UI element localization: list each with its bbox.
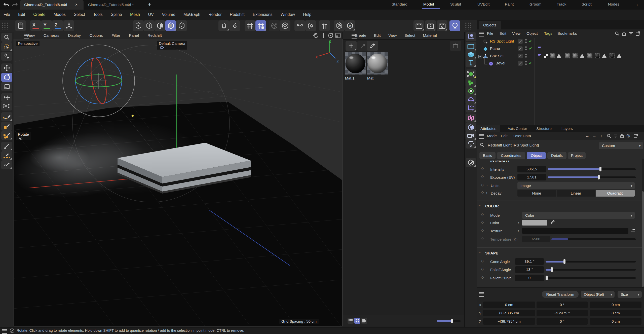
tab-layers[interactable]: Layers bbox=[558, 125, 576, 132]
attr-tab-basic[interactable]: Basic bbox=[479, 152, 496, 159]
document-tab-inactive[interactable]: Cinema4D_Tutorial5.c4d * bbox=[85, 0, 142, 10]
objects-undock-icon[interactable] bbox=[635, 31, 640, 36]
xpresso-setup-icon[interactable] bbox=[466, 103, 476, 113]
color-section-title[interactable]: COLOR bbox=[485, 204, 499, 208]
exposure-slider[interactable] bbox=[548, 174, 636, 180]
lock-panel-icon[interactable] bbox=[620, 133, 624, 138]
color-mode-dropdown[interactable]: Color▾ bbox=[522, 212, 635, 219]
orbit-view-icon[interactable] bbox=[328, 32, 334, 39]
coord-z-size-field[interactable]: 0 cm bbox=[590, 318, 641, 325]
coord-size-dropdown[interactable]: Size▾ bbox=[618, 291, 642, 298]
text-primitive-icon[interactable] bbox=[466, 58, 476, 67]
selection-tag[interactable] bbox=[602, 54, 607, 58]
mat-menu-select[interactable]: Select bbox=[404, 32, 415, 39]
temperature-key-icon[interactable]: ◇ bbox=[480, 236, 485, 240]
tab-axis-center[interactable]: Axis Center bbox=[504, 125, 531, 132]
enable-snap-icon[interactable] bbox=[218, 20, 229, 31]
menu-redshift[interactable]: Redshift bbox=[230, 10, 245, 20]
objects-search-icon[interactable] bbox=[615, 31, 620, 36]
attributes-panel-menu-icon[interactable] bbox=[479, 134, 484, 139]
menu-spline[interactable]: Spline bbox=[111, 10, 122, 20]
track-focus-icon[interactable]: ◎ bbox=[626, 132, 630, 140]
multi-move-tool-icon[interactable] bbox=[1, 101, 12, 110]
intensity-key-icon[interactable]: ◇ bbox=[480, 166, 485, 170]
dolly-view-icon[interactable] bbox=[320, 32, 326, 39]
objects-panel-menu-icon[interactable] bbox=[479, 32, 484, 36]
layout-groom[interactable]: Groom bbox=[529, 2, 541, 7]
falloff-angle-key-icon[interactable]: ◇ bbox=[480, 267, 485, 271]
coord-y-rot-field[interactable]: -4.2475 ° bbox=[537, 310, 588, 316]
toolbar-grip[interactable] bbox=[464, 21, 472, 30]
mirror-icon[interactable] bbox=[294, 20, 305, 31]
material-tag[interactable] bbox=[550, 53, 555, 58]
mat-menu-view[interactable]: View bbox=[388, 32, 397, 39]
falloff-curve-key-icon[interactable]: ◇ bbox=[480, 275, 485, 279]
points-mode-icon[interactable] bbox=[133, 20, 144, 31]
lock-x-axis-button[interactable]: X bbox=[30, 20, 41, 31]
attr-tab-object[interactable]: Object bbox=[527, 152, 546, 159]
material-panel-menu-icon[interactable] bbox=[352, 34, 357, 39]
decay-key-icon[interactable]: ◇ bbox=[480, 190, 485, 194]
material-tag[interactable] bbox=[610, 53, 615, 58]
layout-more-icon[interactable]: ⋮ bbox=[635, 2, 639, 7]
coord-y-pos-field[interactable]: 60.4385 cm bbox=[483, 310, 535, 316]
edges-mode-icon[interactable] bbox=[144, 20, 155, 31]
model-mode-icon[interactable] bbox=[165, 20, 176, 31]
obj-menu-tags[interactable]: Tags bbox=[544, 29, 552, 38]
intensity-slider[interactable] bbox=[548, 166, 636, 172]
mirror-settings-icon[interactable] bbox=[305, 20, 316, 31]
light-handle-dot[interactable] bbox=[132, 115, 134, 117]
units-key-icon[interactable]: ◇ bbox=[480, 183, 485, 187]
layout-sculpt[interactable]: Sculpt bbox=[450, 2, 461, 7]
visibility-dots[interactable] bbox=[525, 39, 527, 44]
menu-mograph[interactable]: MoGraph bbox=[183, 10, 200, 20]
transform-tool-icon[interactable] bbox=[1, 93, 12, 102]
line-cut-icon[interactable] bbox=[1, 151, 12, 160]
poly-pen-icon[interactable] bbox=[1, 131, 12, 140]
texture-mode-icon[interactable] bbox=[176, 20, 187, 31]
collapse-expander[interactable]: − bbox=[478, 55, 482, 58]
coord-system-icon[interactable] bbox=[319, 20, 330, 31]
cone-angle-key-icon[interactable]: ◇ bbox=[480, 259, 485, 263]
decay-expander[interactable]: › bbox=[486, 191, 487, 195]
mat-menu-edit[interactable]: Edit bbox=[374, 32, 381, 39]
mat-menu-material[interactable]: Material bbox=[423, 32, 437, 39]
menu-volume[interactable]: Volume bbox=[162, 10, 175, 20]
add-material-button[interactable] bbox=[346, 41, 357, 51]
history-back-icon[interactable]: ← bbox=[585, 132, 589, 140]
decay-quadratic-button[interactable]: Quadratic bbox=[596, 190, 635, 197]
falloff-curve-field[interactable]: 0 bbox=[515, 275, 544, 281]
falloff-angle-slider[interactable] bbox=[546, 266, 636, 273]
material-grid-view-icon[interactable] bbox=[354, 318, 360, 324]
menu-render[interactable]: Render bbox=[208, 10, 221, 20]
color-key-icon[interactable]: ◇ bbox=[480, 220, 485, 224]
visibility-dots[interactable] bbox=[525, 53, 527, 58]
attr-tab-project[interactable]: Project bbox=[568, 152, 586, 159]
visibility-dots[interactable] bbox=[525, 61, 527, 66]
pan-view-icon[interactable] bbox=[313, 32, 319, 39]
layout-script[interactable]: Script bbox=[582, 2, 592, 7]
menu-file[interactable]: File bbox=[4, 10, 10, 20]
subdivision-surface-icon[interactable] bbox=[466, 69, 476, 79]
material-large-view-icon[interactable] bbox=[361, 318, 367, 324]
color-mode-key-icon[interactable]: ◇ bbox=[480, 212, 485, 216]
texture-path-input[interactable] bbox=[522, 228, 628, 234]
material-name[interactable]: Mat bbox=[367, 76, 373, 80]
coord-y-size-field[interactable]: 0 cm bbox=[590, 310, 641, 316]
spline-smooth-icon[interactable] bbox=[1, 160, 12, 169]
obj-menu-bookmarks[interactable]: Bookmarks bbox=[557, 29, 577, 38]
menu-select[interactable]: Select bbox=[74, 10, 85, 20]
live-selection-icon[interactable] bbox=[1, 42, 12, 51]
enable-toggle[interactable] bbox=[518, 39, 523, 44]
camera-label[interactable]: Default Camera bbox=[157, 41, 187, 50]
menu-modes[interactable]: Modes bbox=[54, 10, 66, 20]
obj-menu-file[interactable]: File bbox=[487, 29, 493, 38]
render-view-icon[interactable] bbox=[413, 20, 424, 31]
normal-auto-icon[interactable]: A bbox=[345, 20, 355, 31]
axis-settings-icon[interactable] bbox=[280, 20, 290, 31]
coord-z-rot-field[interactable]: 0 ° bbox=[537, 318, 588, 325]
decay-linear-button[interactable]: Linear bbox=[557, 190, 595, 197]
compositing-tag-icon[interactable] bbox=[544, 54, 548, 58]
material-thumbnail[interactable] bbox=[345, 52, 366, 75]
preset-dropdown[interactable]: Custom▾ bbox=[599, 142, 643, 149]
